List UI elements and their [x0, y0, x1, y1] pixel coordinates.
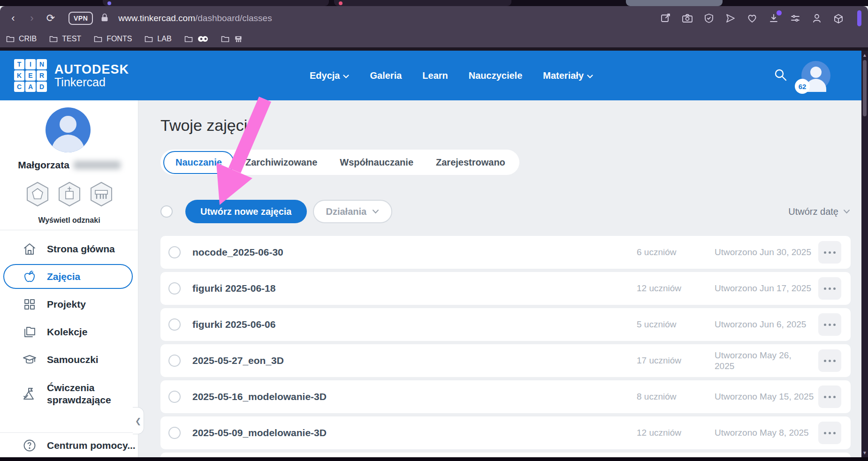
- tab-wspolnauczanie[interactable]: Współnauczanie: [328, 152, 425, 173]
- class-name[interactable]: nocode_2025-06-30: [192, 247, 283, 258]
- row-checkbox[interactable]: [168, 355, 181, 367]
- class-name[interactable]: figurki 2025-06-18: [192, 283, 275, 294]
- chevron-down-icon: [372, 209, 379, 214]
- app-area: Małgorzata Wyświetl odznaki Strona główn…: [0, 100, 868, 457]
- class-name[interactable]: 2025-05-27_eon_3D: [192, 355, 284, 366]
- row-checkbox[interactable]: [168, 282, 181, 295]
- sidebar-item-help-center[interactable]: Centrum pomocy...: [23, 438, 136, 453]
- browser-tab[interactable]: [334, 0, 511, 6]
- sidebar-item-assessments[interactable]: Ćwiczenia sprawdzające: [0, 373, 138, 415]
- class-row[interactable]: 2025-05-27_eon_3D 17 uczniów Utworzono M…: [160, 344, 851, 377]
- back-icon[interactable]: ‹: [4, 12, 23, 24]
- url-domain: www.tinkercad.com: [118, 13, 195, 23]
- row-menu-button[interactable]: [818, 349, 841, 372]
- page-scrollbar[interactable]: ▲ ▼: [861, 51, 868, 457]
- notification-count-badge[interactable]: 62: [795, 79, 810, 94]
- toolbar-icon-group: [660, 10, 868, 26]
- tab-nauczanie[interactable]: Nauczanie: [163, 151, 234, 174]
- tinkercad-logo[interactable]: TIN KER CAD AUTODESK Tinkercad: [14, 59, 129, 92]
- main-nav: Edycja Galeria Learn Nauczyciele Materia…: [310, 51, 593, 100]
- question-circle-icon: [23, 438, 37, 453]
- sort-by-dropdown[interactable]: Utwórz datę: [788, 206, 850, 217]
- class-row[interactable]: figurki 2025-06-18 12 uczniów Utworzono …: [160, 272, 851, 305]
- row-menu-button[interactable]: [818, 313, 841, 336]
- profile-avatar[interactable]: [46, 107, 91, 152]
- forward-icon[interactable]: ›: [23, 12, 41, 24]
- bookmark-folder-fonts[interactable]: FONTS: [93, 34, 132, 44]
- camera-icon[interactable]: [682, 13, 693, 24]
- bookmark-folder-lab[interactable]: LAB: [144, 34, 171, 44]
- bookmark-folder-test[interactable]: TEST: [49, 34, 81, 44]
- search-icon[interactable]: [773, 68, 787, 83]
- url-bar[interactable]: www.tinkercad.com/dashboard/classes: [118, 13, 272, 23]
- heart-icon[interactable]: [746, 13, 758, 24]
- row-checkbox[interactable]: [168, 391, 181, 403]
- class-created-date: Utworzono May 26, 2025: [715, 350, 792, 371]
- chrome-bottom-edge: [0, 47, 868, 51]
- actions-dropdown-button[interactable]: Działania: [313, 200, 393, 223]
- bookmark-label: LAB: [157, 35, 171, 43]
- browser-tab-active[interactable]: [626, 0, 723, 6]
- row-menu-button[interactable]: [818, 385, 841, 408]
- graduation-cap-icon: [23, 353, 37, 367]
- send-icon[interactable]: [725, 13, 736, 24]
- class-row[interactable]: figurki 2025-06-06 5 uczniów Utworzono J…: [160, 308, 851, 341]
- sidebar-item-projects[interactable]: Projekty: [0, 290, 138, 318]
- scrollbar-thumb[interactable]: [863, 60, 867, 116]
- row-menu-button[interactable]: [818, 277, 841, 300]
- user-avatar[interactable]: 62: [801, 61, 830, 90]
- vpn-badge[interactable]: VPN: [69, 12, 93, 25]
- sidebar-item-label: Ćwiczenia sprawdzające: [47, 382, 127, 407]
- tab-zarchiwizowane[interactable]: Zarchiwizowane: [234, 152, 328, 173]
- class-name[interactable]: figurki 2025-06-06: [192, 319, 275, 330]
- nav-label: Nauczyciele: [469, 70, 523, 81]
- bookmark-folder-crib[interactable]: CRIB: [6, 34, 37, 44]
- row-checkbox[interactable]: [168, 246, 181, 258]
- sidebar-item-collections[interactable]: Kolekcje: [0, 318, 138, 346]
- sidebar-item-label: Centrum pomocy...: [47, 440, 136, 451]
- extension-accent-bar[interactable]: [857, 10, 861, 26]
- sidebar-item-home[interactable]: Strona główna: [0, 235, 138, 263]
- scroll-up-arrow[interactable]: ▲: [861, 53, 868, 58]
- extension-cube-icon[interactable]: [833, 13, 844, 24]
- nav-learn[interactable]: Learn: [422, 70, 448, 81]
- nav-edycja[interactable]: Edycja: [310, 70, 349, 81]
- first-name: Małgorzata: [18, 159, 69, 171]
- row-menu-button[interactable]: [818, 422, 841, 444]
- profile-icon[interactable]: [811, 13, 822, 24]
- sliders-icon[interactable]: [790, 13, 801, 24]
- scroll-down-arrow[interactable]: ▼: [861, 450, 868, 455]
- bookmark-folder-masks[interactable]: [184, 34, 208, 44]
- row-checkbox[interactable]: [168, 318, 181, 331]
- row-checkbox[interactable]: [168, 427, 181, 439]
- badges-row[interactable]: [0, 181, 138, 207]
- badge-hex-table-icon: [88, 181, 114, 207]
- sidebar-item-tutorials[interactable]: Samouczki: [0, 346, 138, 373]
- shield-check-icon[interactable]: [703, 13, 715, 24]
- class-created-date: Utworzono May 15, 2025: [715, 391, 822, 402]
- class-student-count: 12 uczniów: [637, 283, 698, 294]
- class-row[interactable]: 2025-05-09_modelowanie-3D 12 uczniów Utw…: [160, 416, 851, 449]
- class-student-count: 12 uczniów: [637, 428, 698, 438]
- create-class-button[interactable]: Utwórz nowe zajęcia: [185, 200, 307, 223]
- nav-materialy[interactable]: Materiały: [543, 70, 593, 81]
- nav-nauczyciele[interactable]: Nauczyciele: [469, 70, 523, 81]
- bookmark-folder-printer[interactable]: [221, 34, 243, 44]
- sidebar-item-classes[interactable]: Zajęcia: [0, 263, 138, 290]
- row-menu-button[interactable]: [818, 241, 841, 264]
- class-row[interactable]: 2025-05-16_modelowanie-3D 8 uczniów Utwo…: [160, 380, 851, 413]
- compose-icon[interactable]: [660, 13, 671, 24]
- sidebar: Małgorzata Wyświetl odznaki Strona główn…: [0, 100, 138, 457]
- brand-company: AUTODESK: [54, 63, 129, 76]
- select-all-checkbox[interactable]: [160, 205, 173, 218]
- reload-icon[interactable]: ⟳: [41, 12, 60, 24]
- view-badges-link[interactable]: Wyświetl odznaki: [0, 216, 138, 225]
- download-icon[interactable]: [768, 13, 779, 24]
- class-name[interactable]: 2025-05-09_modelowanie-3D: [192, 427, 327, 438]
- class-student-count: 5 uczniów: [637, 319, 698, 330]
- class-name[interactable]: 2025-05-16_modelowanie-3D: [192, 391, 327, 402]
- class-row[interactable]: nocode_2025-06-30 6 uczniów Utworzono Ju…: [160, 236, 851, 269]
- nav-galeria[interactable]: Galeria: [370, 70, 402, 81]
- tab-zarejestrowano[interactable]: Zarejestrowano: [425, 152, 517, 173]
- browser-tab[interactable]: [103, 0, 329, 6]
